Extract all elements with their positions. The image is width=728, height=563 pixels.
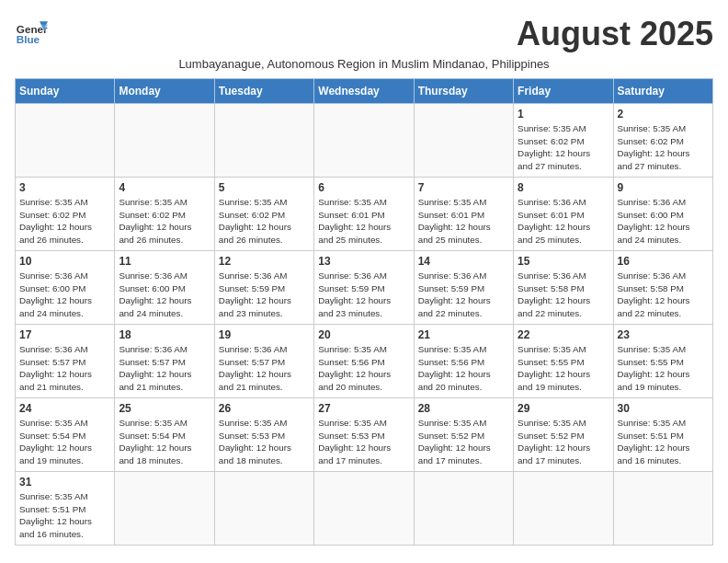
calendar-cell (613, 472, 712, 546)
day-info: Sunrise: 5:36 AM Sunset: 5:57 PM Dayligh… (119, 343, 210, 394)
month-title: August 2025 (517, 15, 713, 53)
weekday-header: Thursday (414, 79, 513, 104)
day-info: Sunrise: 5:35 AM Sunset: 6:02 PM Dayligh… (219, 196, 310, 247)
calendar-cell: 30Sunrise: 5:35 AM Sunset: 5:51 PM Dayli… (613, 398, 712, 472)
day-number: 26 (219, 402, 310, 415)
calendar-cell: 27Sunrise: 5:35 AM Sunset: 5:53 PM Dayli… (314, 398, 414, 472)
page-header: General Blue August 2025 (15, 15, 713, 53)
day-info: Sunrise: 5:35 AM Sunset: 5:51 PM Dayligh… (618, 417, 709, 467)
day-info: Sunrise: 5:35 AM Sunset: 5:52 PM Dayligh… (518, 417, 609, 467)
day-info: Sunrise: 5:36 AM Sunset: 5:57 PM Dayligh… (19, 343, 110, 394)
day-info: Sunrise: 5:35 AM Sunset: 5:55 PM Dayligh… (518, 343, 609, 394)
day-number: 2 (618, 108, 709, 121)
calendar-cell (214, 104, 313, 178)
day-info: Sunrise: 5:36 AM Sunset: 6:00 PM Dayligh… (618, 196, 709, 247)
calendar-cell: 19Sunrise: 5:36 AM Sunset: 5:57 PM Dayli… (214, 325, 313, 398)
weekday-header-row: SundayMondayTuesdayWednesdayThursdayFrid… (16, 79, 713, 104)
calendar-cell: 8Sunrise: 5:36 AM Sunset: 6:01 PM Daylig… (514, 178, 613, 251)
day-info: Sunrise: 5:36 AM Sunset: 5:59 PM Dayligh… (418, 270, 509, 320)
calendar-cell: 24Sunrise: 5:35 AM Sunset: 5:54 PM Dayli… (16, 398, 115, 472)
weekday-header: Friday (514, 79, 613, 104)
calendar-week-row: 3Sunrise: 5:35 AM Sunset: 6:02 PM Daylig… (16, 178, 713, 251)
calendar-cell (314, 104, 414, 178)
calendar-cell: 29Sunrise: 5:35 AM Sunset: 5:52 PM Dayli… (514, 398, 613, 472)
day-number: 19 (219, 328, 310, 341)
day-number: 9 (618, 181, 709, 194)
calendar-cell: 9Sunrise: 5:36 AM Sunset: 6:00 PM Daylig… (613, 178, 712, 251)
calendar-week-row: 31Sunrise: 5:35 AM Sunset: 5:51 PM Dayli… (16, 472, 713, 546)
calendar-cell: 2Sunrise: 5:35 AM Sunset: 6:02 PM Daylig… (613, 104, 712, 178)
day-number: 24 (19, 402, 110, 415)
day-info: Sunrise: 5:35 AM Sunset: 5:52 PM Dayligh… (418, 417, 509, 467)
day-number: 27 (318, 402, 409, 415)
day-info: Sunrise: 5:36 AM Sunset: 5:58 PM Dayligh… (618, 270, 709, 320)
calendar-cell: 14Sunrise: 5:36 AM Sunset: 5:59 PM Dayli… (414, 251, 513, 325)
day-info: Sunrise: 5:35 AM Sunset: 6:02 PM Dayligh… (19, 196, 110, 247)
day-number: 16 (618, 255, 709, 268)
day-number: 3 (19, 181, 110, 194)
calendar-cell: 12Sunrise: 5:36 AM Sunset: 5:59 PM Dayli… (214, 251, 313, 325)
day-number: 8 (518, 181, 609, 194)
weekday-header: Tuesday (214, 79, 313, 104)
calendar-cell: 7Sunrise: 5:35 AM Sunset: 6:01 PM Daylig… (414, 178, 513, 251)
day-info: Sunrise: 5:36 AM Sunset: 5:58 PM Dayligh… (518, 270, 609, 320)
day-info: Sunrise: 5:35 AM Sunset: 5:54 PM Dayligh… (19, 417, 110, 467)
day-number: 22 (518, 328, 609, 341)
calendar-cell: 22Sunrise: 5:35 AM Sunset: 5:55 PM Dayli… (514, 325, 613, 398)
day-number: 10 (19, 255, 110, 268)
day-info: Sunrise: 5:35 AM Sunset: 6:01 PM Dayligh… (318, 196, 409, 247)
day-info: Sunrise: 5:35 AM Sunset: 5:56 PM Dayligh… (318, 343, 409, 394)
day-number: 11 (119, 255, 210, 268)
day-info: Sunrise: 5:36 AM Sunset: 6:00 PM Dayligh… (19, 270, 110, 320)
day-number: 18 (119, 328, 210, 341)
calendar-cell: 18Sunrise: 5:36 AM Sunset: 5:57 PM Dayli… (115, 325, 214, 398)
day-number: 5 (219, 181, 310, 194)
day-info: Sunrise: 5:36 AM Sunset: 6:01 PM Dayligh… (518, 196, 609, 247)
calendar-cell: 17Sunrise: 5:36 AM Sunset: 5:57 PM Dayli… (16, 325, 115, 398)
calendar-cell: 5Sunrise: 5:35 AM Sunset: 6:02 PM Daylig… (214, 178, 313, 251)
day-number: 12 (219, 255, 310, 268)
calendar-cell: 1Sunrise: 5:35 AM Sunset: 6:02 PM Daylig… (514, 104, 613, 178)
day-number: 23 (618, 328, 709, 341)
day-number: 14 (418, 255, 509, 268)
calendar-cell (214, 472, 313, 546)
calendar-week-row: 1Sunrise: 5:35 AM Sunset: 6:02 PM Daylig… (16, 104, 713, 178)
logo: General Blue (15, 15, 48, 48)
day-info: Sunrise: 5:35 AM Sunset: 5:56 PM Dayligh… (418, 343, 509, 394)
day-number: 20 (318, 328, 409, 341)
calendar-cell: 10Sunrise: 5:36 AM Sunset: 6:00 PM Dayli… (16, 251, 115, 325)
day-number: 4 (119, 181, 210, 194)
day-number: 17 (19, 328, 110, 341)
day-info: Sunrise: 5:35 AM Sunset: 6:02 PM Dayligh… (119, 196, 210, 247)
day-info: Sunrise: 5:36 AM Sunset: 5:59 PM Dayligh… (219, 270, 310, 320)
calendar-cell: 13Sunrise: 5:36 AM Sunset: 5:59 PM Dayli… (314, 251, 414, 325)
day-number: 28 (418, 402, 509, 415)
day-number: 6 (318, 181, 409, 194)
day-number: 25 (119, 402, 210, 415)
calendar-cell (414, 472, 513, 546)
calendar-cell: 28Sunrise: 5:35 AM Sunset: 5:52 PM Dayli… (414, 398, 513, 472)
day-number: 1 (518, 108, 609, 121)
day-info: Sunrise: 5:35 AM Sunset: 5:54 PM Dayligh… (119, 417, 210, 467)
calendar-cell (16, 104, 115, 178)
day-info: Sunrise: 5:35 AM Sunset: 6:02 PM Dayligh… (518, 122, 609, 173)
calendar-subtitle: Lumbayanague, Autonomous Region in Musli… (15, 57, 713, 71)
svg-text:Blue: Blue (17, 33, 40, 45)
calendar-cell: 11Sunrise: 5:36 AM Sunset: 6:00 PM Dayli… (115, 251, 214, 325)
logo-icon: General Blue (15, 15, 48, 48)
calendar-cell: 6Sunrise: 5:35 AM Sunset: 6:01 PM Daylig… (314, 178, 414, 251)
day-info: Sunrise: 5:36 AM Sunset: 6:00 PM Dayligh… (119, 270, 210, 320)
day-info: Sunrise: 5:35 AM Sunset: 5:51 PM Dayligh… (19, 490, 110, 541)
calendar-cell: 26Sunrise: 5:35 AM Sunset: 5:53 PM Dayli… (214, 398, 313, 472)
calendar-cell: 31Sunrise: 5:35 AM Sunset: 5:51 PM Dayli… (16, 472, 115, 546)
calendar-cell (414, 104, 513, 178)
day-number: 13 (318, 255, 409, 268)
calendar-cell: 16Sunrise: 5:36 AM Sunset: 5:58 PM Dayli… (613, 251, 712, 325)
weekday-header: Saturday (613, 79, 712, 104)
calendar-cell (115, 472, 214, 546)
day-number: 31 (19, 476, 110, 488)
calendar-cell: 15Sunrise: 5:36 AM Sunset: 5:58 PM Dayli… (514, 251, 613, 325)
calendar-table: SundayMondayTuesdayWednesdayThursdayFrid… (15, 78, 713, 546)
calendar-cell (514, 472, 613, 546)
day-info: Sunrise: 5:35 AM Sunset: 5:53 PM Dayligh… (318, 417, 409, 467)
